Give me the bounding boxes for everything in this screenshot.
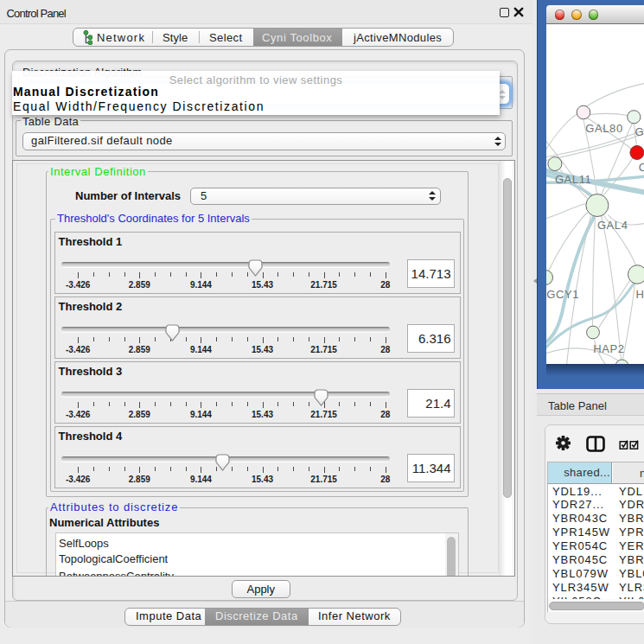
svg-text:GAL11: GAL11 [554, 173, 591, 186]
svg-text:GAL: GAL [634, 125, 644, 138]
svg-text:GAL4: GAL4 [596, 218, 628, 231]
svg-text:GCY1: GCY1 [546, 288, 579, 301]
svg-text:HAP2: HAP2 [593, 342, 624, 355]
svg-text:GAL80: GAL80 [585, 121, 622, 134]
svg-text:HA: HA [635, 287, 644, 300]
svg-text:CY: CY [638, 161, 644, 174]
